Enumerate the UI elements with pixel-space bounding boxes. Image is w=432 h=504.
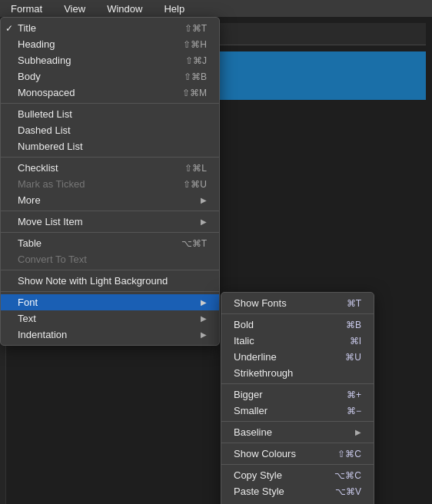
menu-item-monospaced[interactable]: Monospaced ⇧⌘M: [1, 85, 219, 101]
dashed-list-label: Dashed List: [18, 124, 207, 136]
checklist-shortcut: ⇧⌘L: [184, 163, 207, 174]
checklist-label: Checklist: [18, 162, 178, 174]
font-submenu-strikethrough[interactable]: Strikethrough: [221, 365, 374, 381]
monospaced-shortcut: ⇧⌘M: [182, 88, 207, 98]
show-colours-label: Show Colours: [234, 448, 331, 459]
paste-style-shortcut: ⌥⌘V: [335, 486, 361, 497]
show-fonts-shortcut: ⌘T: [347, 298, 361, 309]
font-submenu-show-colours[interactable]: Show Colours ⇧⌘C: [221, 446, 374, 462]
separator-2: [1, 157, 219, 158]
menu-item-font[interactable]: Font ▶ Show Fonts ⌘T Bold ⌘B Italic ⌘I U…: [1, 294, 219, 310]
move-list-item-arrow: ▶: [201, 217, 207, 226]
menu-item-indentation[interactable]: Indentation ▶: [1, 327, 219, 343]
font-label: Font: [18, 297, 198, 308]
menu-item-subheading[interactable]: Subheading ⇧⌘J: [1, 52, 219, 68]
more-label: More: [18, 194, 198, 206]
body-label: Body: [18, 71, 178, 82]
font-submenu-bigger[interactable]: Bigger ⌘+: [221, 386, 374, 403]
font-sep-3: [221, 421, 374, 422]
indentation-arrow: ▶: [201, 330, 207, 339]
menu-help[interactable]: Help: [159, 0, 189, 17]
italic-label: Italic: [234, 335, 344, 346]
menu-item-numbered-list[interactable]: Numbered List: [1, 138, 219, 154]
copy-style-shortcut: ⌥⌘C: [334, 470, 361, 481]
font-submenu-bold[interactable]: Bold ⌘B: [221, 317, 374, 333]
bold-label: Bold: [234, 319, 340, 330]
menu-window[interactable]: Window: [102, 0, 147, 17]
font-sep-1: [221, 313, 374, 314]
font-sep-5: [221, 464, 374, 465]
font-arrow: ▶: [201, 298, 207, 307]
font-submenu-smaller[interactable]: Smaller ⌘−: [221, 403, 374, 419]
menu-item-title[interactable]: Title ⇧⌘T: [1, 20, 219, 36]
title-shortcut: ⇧⌘T: [184, 23, 207, 34]
bigger-label: Bigger: [234, 389, 341, 400]
mark-as-ticked-label: Mark as Ticked: [18, 178, 177, 190]
font-submenu-baseline[interactable]: Baseline ▶: [221, 424, 374, 440]
show-fonts-label: Show Fonts: [234, 297, 341, 309]
italic-shortcut: ⌘I: [350, 336, 361, 346]
baseline-arrow: ▶: [355, 428, 361, 436]
font-submenu-italic[interactable]: Italic ⌘I: [221, 333, 374, 349]
underline-label: Underline: [234, 351, 339, 363]
monospaced-label: Monospaced: [18, 87, 176, 98]
text-arrow: ▶: [201, 314, 207, 323]
font-submenu-underline[interactable]: Underline ⌘U: [221, 349, 374, 365]
copy-style-label: Copy Style: [234, 469, 328, 481]
bold-shortcut: ⌘B: [346, 320, 361, 330]
font-sep-2: [221, 383, 374, 384]
text-label: Text: [18, 313, 198, 324]
separator-5: [1, 270, 219, 270]
baseline-label: Baseline: [234, 426, 352, 438]
font-submenu: Show Fonts ⌘T Bold ⌘B Italic ⌘I Underlin…: [221, 292, 374, 504]
menu-item-dashed-list[interactable]: Dashed List: [1, 122, 219, 138]
bigger-shortcut: ⌘+: [347, 390, 361, 400]
font-submenu-show-fonts[interactable]: Show Fonts ⌘T: [221, 295, 374, 311]
menu-view[interactable]: View: [59, 0, 90, 17]
menu-item-heading[interactable]: Heading ⇧⌘H: [1, 36, 219, 52]
separator-4: [1, 232, 219, 233]
show-colours-shortcut: ⇧⌘C: [337, 449, 361, 459]
menu-format[interactable]: Format: [6, 0, 47, 17]
body-shortcut: ⇧⌘B: [184, 71, 207, 82]
subheading-shortcut: ⇧⌘J: [185, 55, 207, 66]
bulleted-list-label: Bulleted List: [18, 108, 207, 120]
heading-shortcut: ⇧⌘H: [183, 39, 207, 50]
table-label: Table: [18, 237, 175, 249]
menu-item-mark-as-ticked[interactable]: Mark as Ticked ⇧⌘U: [1, 176, 219, 192]
menu-item-text[interactable]: Text ▶: [1, 310, 219, 327]
title-label: Title: [18, 22, 178, 34]
table-shortcut: ⌥⌘T: [181, 238, 207, 249]
numbered-list-label: Numbered List: [18, 141, 207, 152]
menu-item-checklist[interactable]: Checklist ⇧⌘L: [1, 160, 219, 176]
underline-shortcut: ⌘U: [345, 352, 361, 363]
strikethrough-label: Strikethrough: [234, 367, 361, 379]
separator-6: [1, 291, 219, 292]
menu-item-move-list-item[interactable]: Move List Item ▶: [1, 214, 219, 230]
heading-label: Heading: [18, 38, 177, 50]
separator-1: [1, 103, 219, 104]
move-list-item-label: Move List Item: [18, 216, 198, 227]
smaller-label: Smaller: [234, 405, 341, 416]
format-dropdown: Title ⇧⌘T Heading ⇧⌘H Subheading ⇧⌘J Bod…: [0, 17, 220, 346]
subheading-label: Subheading: [18, 55, 179, 66]
menu-bar: Format View Window Help: [0, 0, 432, 17]
menu-item-table[interactable]: Table ⌥⌘T: [1, 235, 219, 251]
menu-item-show-note-light[interactable]: Show Note with Light Background: [1, 273, 219, 289]
separator-3: [1, 211, 219, 211]
menu-item-more[interactable]: More ▶: [1, 192, 219, 208]
font-submenu-remove-style[interactable]: Remove Style: [221, 499, 374, 504]
menu-item-body[interactable]: Body ⇧⌘B: [1, 68, 219, 85]
mark-as-ticked-shortcut: ⇧⌘U: [183, 179, 207, 190]
show-note-light-label: Show Note with Light Background: [18, 275, 207, 287]
menu-item-convert-to-text[interactable]: Convert To Text: [1, 251, 219, 267]
font-submenu-copy-style[interactable]: Copy Style ⌥⌘C: [221, 467, 374, 483]
more-arrow: ▶: [201, 196, 207, 204]
indentation-label: Indentation: [18, 329, 198, 340]
convert-to-text-label: Convert To Text: [18, 254, 207, 265]
font-submenu-paste-style[interactable]: Paste Style ⌥⌘V: [221, 483, 374, 499]
paste-style-label: Paste Style: [234, 486, 329, 497]
font-sep-4: [221, 443, 374, 443]
smaller-shortcut: ⌘−: [347, 406, 361, 416]
menu-item-bulleted-list[interactable]: Bulleted List: [1, 106, 219, 122]
